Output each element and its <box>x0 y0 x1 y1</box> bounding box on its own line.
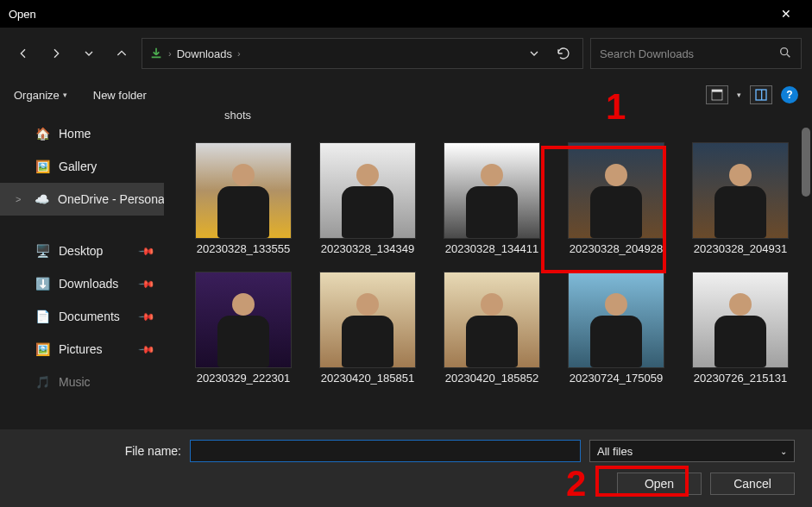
arrow-left-icon <box>16 47 30 60</box>
search-icon <box>778 46 792 62</box>
path-bar[interactable]: › Downloads › <box>142 38 583 69</box>
sidebar-item-label: Home <box>59 127 91 141</box>
recent-button[interactable] <box>76 41 102 66</box>
sidebar-item-gallery[interactable]: 🖼️ Gallery <box>0 150 164 183</box>
file-item[interactable]: 20230328_134349 <box>305 142 430 256</box>
svg-rect-2 <box>712 90 722 92</box>
pin-icon: 📌 <box>138 275 156 293</box>
new-folder-button[interactable]: New folder <box>93 89 147 102</box>
pin-icon: 📌 <box>138 242 156 260</box>
organize-button[interactable]: Organize ▾ <box>14 89 67 102</box>
file-item-selected[interactable]: 20230328_204928 <box>554 142 678 256</box>
file-name: 20230724_175059 <box>556 372 677 385</box>
sidebar-item-pictures[interactable]: 🖼️ Pictures 📌 <box>0 333 164 366</box>
search-placeholder: Search Downloads <box>600 47 778 60</box>
sidebar-item-downloads[interactable]: ⬇️ Downloads 📌 <box>0 267 164 300</box>
cloud-icon: ☁️ <box>35 192 49 206</box>
file-item[interactable]: 20230328_134411 <box>430 142 554 256</box>
music-icon: 🎵 <box>35 375 50 389</box>
sidebar-item-label: OneDrive - Personal <box>58 192 164 206</box>
thumbnail <box>195 142 292 239</box>
open-button[interactable]: Open <box>617 473 702 495</box>
close-icon[interactable]: ✕ <box>769 0 803 28</box>
group-header: shots <box>181 110 803 122</box>
pin-icon: 📌 <box>138 308 156 326</box>
chevron-right-icon: › <box>237 48 241 59</box>
file-item[interactable]: 20230420_185851 <box>305 272 430 385</box>
sidebar-item-label: Pictures <box>59 342 103 356</box>
file-item[interactable]: 20230420_185852 <box>430 272 554 385</box>
preview-pane-button[interactable] <box>750 85 772 104</box>
scrollbar[interactable] <box>802 119 810 378</box>
content-pane: shots 20230328_133555 20230328_134349 20… <box>164 110 812 429</box>
file-name: 20230420_185851 <box>307 372 428 385</box>
pin-icon: 📌 <box>138 341 156 359</box>
thumbnail <box>319 272 416 368</box>
view-layout-button[interactable] <box>706 85 728 104</box>
sidebar-item-onedrive[interactable]: > ☁️ OneDrive - Personal <box>0 183 164 216</box>
toolbar: › Downloads › Search Downloads <box>0 28 812 79</box>
chevron-down-icon: ⌄ <box>780 447 787 456</box>
view-caret[interactable]: ▾ <box>737 91 741 99</box>
thumbnail <box>444 142 540 239</box>
downloads-icon <box>149 46 163 62</box>
file-item[interactable]: 20230329_222301 <box>181 272 305 385</box>
desktop-icon: 🖥️ <box>35 244 50 258</box>
file-item[interactable]: 20230724_175059 <box>554 272 678 385</box>
chevron-right-icon: > <box>16 194 21 204</box>
sidebar-item-documents[interactable]: 📄 Documents 📌 <box>0 300 164 333</box>
path-dropdown[interactable] <box>522 47 546 60</box>
svg-point-0 <box>781 47 788 54</box>
sidebar: 🏠 Home 🖼️ Gallery > ☁️ OneDrive - Person… <box>0 110 164 429</box>
thumbnail <box>692 142 789 239</box>
file-name: 20230420_185852 <box>431 372 552 385</box>
pictures-icon: 🖼️ <box>35 342 50 356</box>
file-name: 20230328_134349 <box>307 242 428 256</box>
titlebar: Open ✕ <box>0 0 812 28</box>
file-name: 20230328_133555 <box>183 242 304 256</box>
cancel-button[interactable]: Cancel <box>710 473 795 495</box>
path-location: Downloads <box>177 47 232 60</box>
caret-down-icon: ▾ <box>63 91 67 99</box>
thumbnail <box>444 272 540 368</box>
forward-button[interactable] <box>43 41 69 66</box>
file-name: 20230328_204928 <box>556 242 677 256</box>
toolbar-secondary: Organize ▾ New folder ▾ ? <box>0 79 812 110</box>
chevron-right-icon: › <box>168 48 172 59</box>
file-name: 20230328_204931 <box>680 242 801 256</box>
body: 🏠 Home 🖼️ Gallery > ☁️ OneDrive - Person… <box>0 110 812 429</box>
arrow-right-icon <box>49 47 63 60</box>
file-name: 20230726_215131 <box>680 372 801 385</box>
search-input[interactable]: Search Downloads <box>590 38 802 69</box>
up-button[interactable] <box>109 41 135 66</box>
file-item[interactable]: 20230328_133555 <box>181 142 305 256</box>
chevron-down-icon <box>527 47 541 60</box>
sidebar-item-desktop[interactable]: 🖥️ Desktop 📌 <box>0 235 164 267</box>
thumbnail <box>568 272 664 368</box>
file-type-filter[interactable]: All files ⌄ <box>589 440 795 462</box>
refresh-icon <box>557 47 570 60</box>
back-button[interactable] <box>10 41 36 66</box>
sidebar-item-label: Desktop <box>59 244 103 258</box>
help-button[interactable]: ? <box>781 86 798 103</box>
sidebar-item-label: Music <box>59 375 91 389</box>
downloads-icon: ⬇️ <box>35 277 50 291</box>
chevron-down-icon <box>82 47 96 60</box>
scrollbar-thumb[interactable] <box>802 128 810 197</box>
thumbnail <box>319 142 416 239</box>
sidebar-item-label: Downloads <box>59 277 118 291</box>
file-item[interactable]: 20230726_215131 <box>678 272 803 385</box>
file-item[interactable]: 20230328_204931 <box>678 142 803 256</box>
sidebar-item-music[interactable]: 🎵 Music <box>0 366 164 398</box>
thumbnail-grid: shots 20230328_133555 20230328_134349 20… <box>164 110 812 386</box>
arrow-up-icon <box>115 47 129 60</box>
file-name: 20230329_222301 <box>183 372 304 385</box>
filename-label: File name: <box>17 444 181 458</box>
filename-input[interactable] <box>190 440 581 462</box>
window-title: Open <box>9 8 769 21</box>
layout-icon <box>710 88 724 102</box>
sidebar-item-home[interactable]: 🏠 Home <box>0 117 164 150</box>
file-name: 20230328_134411 <box>431 242 552 256</box>
preview-icon <box>754 88 768 102</box>
refresh-button[interactable] <box>551 47 576 60</box>
